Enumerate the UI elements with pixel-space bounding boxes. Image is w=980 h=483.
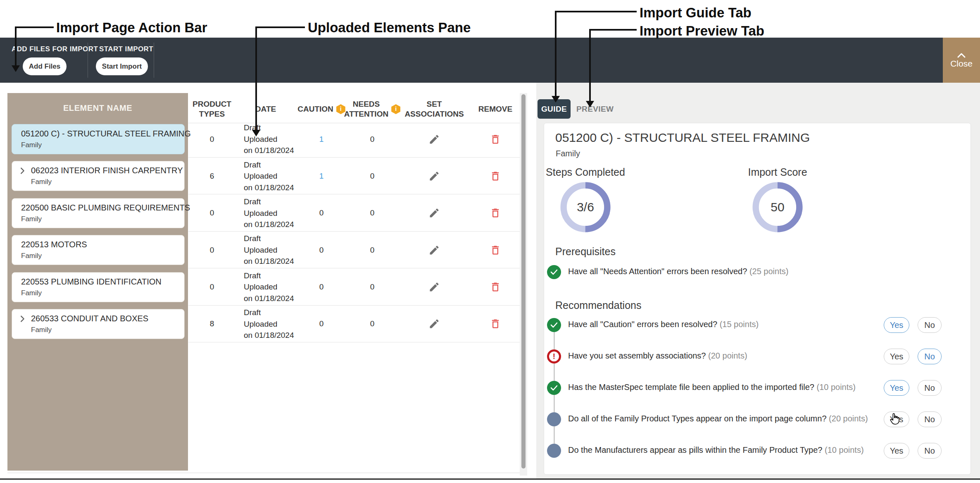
element-card[interactable]: 220500 BASIC PLUMBING REQUIREMENTS Famil… — [12, 198, 185, 228]
trash-delete-icon — [490, 244, 501, 256]
remove-button[interactable] — [488, 316, 503, 331]
guide-subtitle: Family — [556, 149, 580, 158]
annotation-line — [555, 11, 557, 96]
table-row: 062023 INTERIOR FINISH CARPENTRY Family … — [0, 161, 536, 198]
column-header-label: REMOVE — [478, 104, 512, 114]
window-bottom-border — [0, 478, 980, 480]
element-card[interactable]: 260533 CONDUIT AND BOXES Family — [12, 309, 185, 339]
remove-button[interactable] — [488, 169, 503, 184]
question-points: (20 points) — [829, 414, 868, 423]
product-types-value: 6 — [188, 161, 235, 191]
no-button[interactable]: No — [918, 443, 942, 459]
question-text: Do all of the Family Product Types appea… — [568, 414, 868, 423]
element-category: Family — [21, 289, 42, 297]
caution-count[interactable]: 1 — [296, 124, 347, 154]
caution-count[interactable]: 1 — [296, 161, 347, 191]
set-associations-button[interactable] — [427, 243, 442, 258]
needs-attention-count: 0 — [347, 309, 397, 339]
exclamation-icon: ! — [553, 352, 555, 361]
set-associations-button[interactable] — [427, 206, 442, 220]
prerequisites-heading: Prerequisites — [555, 246, 616, 258]
question-points: (10 points) — [816, 383, 856, 392]
chevron-up-icon — [956, 52, 966, 58]
question-text: Has the MasterSpec template file been ap… — [568, 383, 856, 392]
set-associations-button[interactable] — [427, 169, 442, 184]
check-icon — [550, 385, 558, 391]
action-bar: ADD FILES FOR IMPORT Add Files START IMP… — [0, 38, 980, 83]
set-associations-button[interactable] — [427, 280, 442, 294]
question-points: (15 points) — [720, 320, 759, 329]
element-name: 062023 INTERIOR FINISH CARPENTRY — [31, 166, 183, 175]
set-associations-button[interactable] — [427, 132, 442, 147]
element-name: 220500 BASIC PLUMBING REQUIREMENTS — [21, 203, 190, 213]
column-header-label: NEEDS ATTENTION — [344, 99, 388, 119]
set-associations-button[interactable] — [427, 316, 442, 331]
status-icon: ! — [547, 265, 561, 279]
element-category: Family — [21, 215, 42, 223]
annotation-line — [556, 11, 637, 12]
element-category: Family — [21, 141, 42, 149]
annotation-arrow — [252, 130, 260, 136]
column-header-label: PRODUCT TYPES — [193, 99, 231, 119]
question-points: (20 points) — [708, 351, 747, 360]
remove-button[interactable] — [488, 206, 503, 220]
no-button[interactable]: No — [918, 380, 942, 396]
status-icon: ! — [547, 318, 561, 332]
row-separator — [188, 231, 520, 232]
column-header-element-name: ELEMENT NAME — [7, 93, 188, 123]
product-types-value: 0 — [188, 235, 235, 265]
close-label: Close — [950, 59, 973, 68]
trash-delete-icon — [490, 170, 501, 182]
start-import-button[interactable]: Start Import — [96, 57, 148, 75]
caution-count: 0 — [296, 309, 347, 339]
expand-chevron-icon[interactable] — [18, 314, 27, 323]
status-icon: ! — [547, 412, 561, 426]
element-name: 220513 MOTORS — [21, 240, 87, 249]
no-button[interactable]: No — [918, 317, 942, 333]
guide-card: 051200 C) - STRUCTURAL STEEL FRAMING Fam… — [544, 123, 971, 475]
annotation-line — [255, 26, 257, 130]
no-button[interactable]: No — [918, 349, 942, 364]
element-card[interactable]: 220513 MOTORS Family — [12, 235, 185, 265]
close-button[interactable]: Close — [943, 38, 980, 83]
caution-count: 0 — [296, 235, 347, 265]
yes-button[interactable]: Yes — [884, 443, 909, 459]
add-files-button[interactable]: Add Files — [23, 57, 67, 75]
tab-preview[interactable]: PREVIEW — [576, 99, 614, 119]
table-row: 220513 MOTORS Family 0 Draft Uploaded on… — [0, 235, 536, 272]
column-header-caution: CAUTIONi — [296, 96, 347, 122]
guide-title: 051200 C) - STRUCTURAL STEEL FRAMING — [555, 131, 810, 145]
remove-button[interactable] — [488, 243, 503, 258]
question-text: Have you set assembly associations? (20 … — [568, 351, 747, 361]
question-points: (25 points) — [749, 267, 789, 276]
vertical-scrollbar-thumb[interactable] — [521, 94, 526, 469]
element-rows: 051200 C) - STRUCTURAL STEEL FRAMING Fam… — [0, 124, 536, 346]
steps-completed-value: 3/6 — [560, 182, 611, 232]
remove-button[interactable] — [488, 280, 503, 294]
question-text: Have all "Needs Attention" errors been r… — [568, 267, 788, 276]
no-button[interactable]: No — [918, 411, 942, 427]
yes-button[interactable]: Yes — [884, 380, 909, 396]
remove-button[interactable] — [488, 132, 503, 147]
product-types-value: 0 — [188, 272, 235, 302]
element-card[interactable]: 051200 C) - STRUCTURAL STEEL FRAMING Fam… — [12, 124, 185, 154]
element-card[interactable]: 220553 PLUMBING IDENTIFICATION Family — [12, 272, 185, 302]
date-value: Draft Uploaded on 01/18/2024 — [235, 161, 296, 191]
expand-chevron-icon[interactable] — [18, 166, 27, 175]
date-value: Draft Uploaded on 01/18/2024 — [235, 198, 296, 228]
header-separator — [188, 123, 520, 123]
column-header-label: DATE — [255, 104, 276, 114]
trash-delete-icon — [490, 134, 501, 145]
element-category: Family — [31, 178, 52, 186]
annotation-elements-pane: Uploaded Elements Pane — [308, 20, 471, 36]
status-icon: ! — [547, 381, 561, 395]
yes-button[interactable]: Yes — [884, 317, 909, 333]
add-files-section-label: ADD FILES FOR IMPORT — [12, 45, 98, 53]
element-category: Family — [31, 326, 52, 334]
row-separator — [188, 157, 520, 158]
pencil-edit-icon — [428, 281, 440, 293]
question-points: (10 points) — [825, 445, 864, 454]
horizontal-scrollbar-track — [7, 473, 520, 473]
element-card[interactable]: 062023 INTERIOR FINISH CARPENTRY Family — [12, 161, 185, 191]
yes-button[interactable]: Yes — [884, 349, 909, 364]
